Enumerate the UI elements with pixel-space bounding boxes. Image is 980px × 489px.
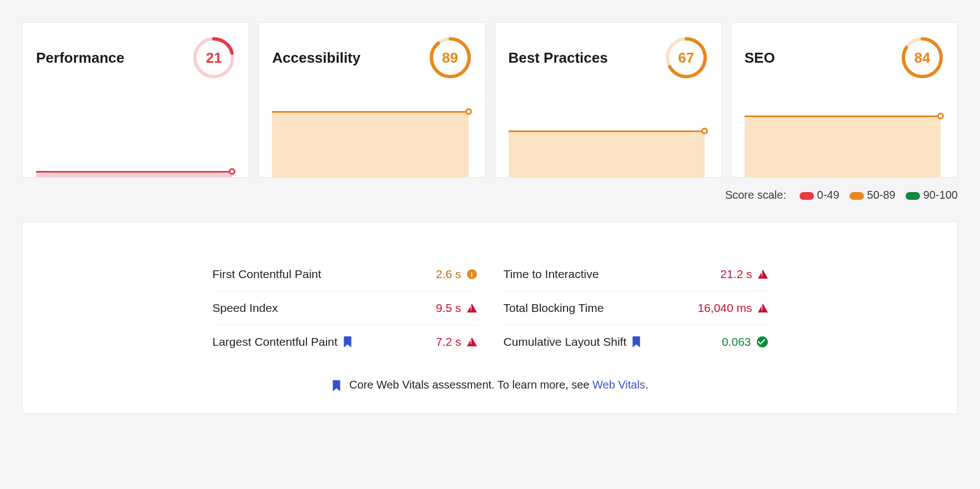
- bookmark-icon: [632, 336, 641, 347]
- score-value: 21: [192, 36, 235, 79]
- sparkline: [509, 102, 708, 177]
- legend-swatch-green: [906, 192, 920, 200]
- score-card-performance[interactable]: Performance 21: [22, 22, 249, 178]
- metric-name-text: Speed Index: [213, 301, 278, 315]
- metric-name-text: First Contentful Paint: [213, 268, 321, 281]
- metric-largest-contentful-paint: Largest Contentful Paint 7.2 s: [213, 325, 477, 359]
- score-card-seo[interactable]: SEO 84: [731, 22, 958, 178]
- fail-icon: [467, 304, 477, 312]
- web-vitals-link[interactable]: Web Vitals: [592, 379, 645, 391]
- metric-value-text: 21.2 s: [720, 268, 752, 281]
- metric-speed-index: Speed Index 9.5 s: [213, 291, 477, 325]
- score-cards-row: Performance 21 Accessibility 89: [22, 22, 958, 178]
- cwv-footer-text-prefix: Core Web Vitals assessment. To learn mor…: [349, 379, 592, 391]
- legend-swatch-red: [800, 192, 814, 200]
- metric-value-text: 16,040 ms: [697, 301, 752, 315]
- card-title: SEO: [745, 49, 775, 67]
- fail-icon: [758, 270, 768, 279]
- score-value: 84: [901, 36, 944, 79]
- card-title: Accessibility: [272, 49, 360, 67]
- pass-icon: [757, 336, 768, 347]
- score-card-best-practices[interactable]: Best Practices 67: [495, 22, 722, 178]
- metrics-panel: First Contentful Paint 2.6 s i Speed Ind…: [22, 221, 958, 414]
- legend-swatch-orange: [850, 192, 864, 200]
- score-card-accessibility[interactable]: Accessibility 89: [258, 22, 485, 178]
- fail-icon: [758, 304, 768, 312]
- metric-name-text: Total Blocking Time: [504, 301, 604, 315]
- metric-total-blocking-time: Total Blocking Time 16,040 ms: [504, 291, 768, 325]
- metrics-column-right: Time to Interactive 21.2 s Total Blockin…: [504, 258, 768, 359]
- cwv-footer-text-suffix: .: [645, 379, 649, 391]
- metrics-column-left: First Contentful Paint 2.6 s i Speed Ind…: [213, 258, 477, 359]
- legend-label: Score scale:: [725, 189, 786, 201]
- score-scale-legend: Score scale: 0-4950-8990-100: [22, 189, 958, 201]
- metric-cumulative-layout-shift: Cumulative Layout Shift 0.063: [504, 325, 768, 359]
- card-title: Best Practices: [509, 49, 608, 67]
- cwv-footer: Core Web Vitals assessment. To learn mor…: [49, 379, 931, 391]
- legend-range-label: 0-49: [817, 189, 840, 201]
- bookmark-icon: [343, 336, 352, 347]
- score-gauge: 84: [901, 36, 944, 79]
- metric-name-text: Time to Interactive: [504, 268, 599, 281]
- bookmark-icon: [332, 380, 341, 391]
- legend-range-label: 50-89: [867, 189, 896, 201]
- score-gauge: 67: [665, 36, 708, 79]
- metric-value-text: 2.6 s: [436, 268, 461, 281]
- sparkline: [272, 102, 471, 177]
- metric-name-text: Cumulative Layout Shift: [504, 335, 627, 349]
- metric-first-contentful-paint: First Contentful Paint 2.6 s i: [213, 258, 477, 291]
- fail-icon: [467, 337, 477, 346]
- card-title: Performance: [36, 49, 124, 67]
- score-value: 89: [429, 36, 472, 79]
- metric-name-text: Largest Contentful Paint: [213, 335, 338, 349]
- metric-value-text: 7.2 s: [436, 335, 461, 349]
- score-gauge: 89: [429, 36, 472, 79]
- score-gauge: 21: [192, 36, 235, 79]
- sparkline: [745, 102, 944, 177]
- metric-value-text: 0.063: [722, 335, 751, 349]
- warn-icon: i: [467, 269, 477, 279]
- metric-value-text: 9.5 s: [436, 301, 461, 315]
- sparkline: [36, 102, 235, 177]
- score-value: 67: [665, 36, 708, 79]
- legend-range-label: 90-100: [923, 189, 958, 201]
- metric-time-to-interactive: Time to Interactive 21.2 s: [504, 258, 768, 291]
